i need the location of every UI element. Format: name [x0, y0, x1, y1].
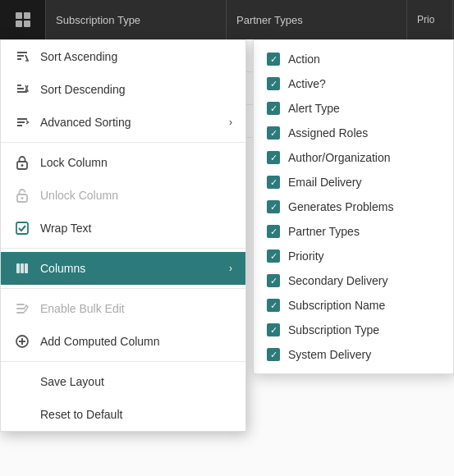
- advanced-sort-arrow: ›: [229, 117, 232, 128]
- column-item-secondary-delivery[interactable]: ✓Secondary Delivery: [254, 268, 453, 293]
- column-item-active[interactable]: ✓Active?: [254, 71, 453, 96]
- grid-icon: [14, 11, 32, 29]
- column-item-system-delivery[interactable]: ✓System Delivery: [254, 342, 453, 367]
- column-label-author-org: Author/Organization: [288, 151, 391, 164]
- svg-rect-25: [16, 312, 25, 314]
- column-item-partner-types[interactable]: ✓Partner Types: [254, 219, 453, 244]
- menu-item-sort-asc[interactable]: Sort Ascending: [1, 40, 245, 73]
- column-label-email-delivery: Email Delivery: [288, 176, 361, 189]
- checkbox-action[interactable]: ✓: [267, 53, 280, 66]
- svg-rect-23: [16, 304, 25, 305]
- reset-default-label: Reset to Default: [40, 408, 122, 421]
- checkbox-email-delivery[interactable]: ✓: [267, 176, 280, 189]
- menu-item-unlock-column[interactable]: Unlock Column: [1, 179, 245, 212]
- menu-item-save-layout[interactable]: Save Layout: [1, 365, 245, 398]
- menu-item-lock-column[interactable]: Lock Column: [1, 146, 245, 179]
- menu-item-sort-desc[interactable]: Sort Descending: [1, 73, 245, 106]
- column-label-active: Active?: [288, 77, 326, 90]
- add-computed-label: Add Computed Column: [40, 335, 160, 348]
- checkbox-assigned-roles[interactable]: ✓: [267, 126, 280, 140]
- column-item-generates-problems[interactable]: ✓Generates Problems: [254, 195, 453, 219]
- columns-icon: [14, 260, 30, 277]
- columns-arrow: ›: [229, 263, 232, 274]
- unlock-icon: [14, 187, 30, 204]
- subscription-type-label: Subscription Type: [56, 14, 140, 26]
- checkbox-active[interactable]: ✓: [267, 77, 280, 90]
- column-item-author-org[interactable]: ✓Author/Organization: [254, 145, 453, 170]
- svg-rect-19: [16, 222, 28, 234]
- sort-desc-label: Sort Descending: [40, 83, 126, 96]
- column-label-action: Action: [288, 53, 320, 66]
- priority-header[interactable]: Prio: [407, 0, 453, 39]
- column-label-system-delivery: System Delivery: [288, 348, 371, 361]
- menu-item-advanced-sort[interactable]: Advanced Sorting ›: [1, 106, 245, 139]
- column-item-assigned-roles[interactable]: ✓Assigned Roles: [254, 121, 453, 145]
- checkbox-partner-types[interactable]: ✓: [267, 225, 280, 238]
- partner-types-header[interactable]: Partner Types: [227, 0, 407, 39]
- checkbox-secondary-delivery[interactable]: ✓: [267, 274, 280, 287]
- partner-types-label: Partner Types: [236, 14, 303, 26]
- menu-divider-1: [1, 142, 245, 143]
- unlock-column-label: Unlock Column: [40, 189, 118, 202]
- menu-item-bulk-edit[interactable]: Enable Bulk Edit: [1, 292, 245, 325]
- lock-column-label: Lock Column: [40, 156, 108, 169]
- save-layout-label: Save Layout: [40, 375, 104, 388]
- bulk-edit-icon: [14, 300, 30, 317]
- lock-icon: [14, 154, 30, 171]
- menu-item-wrap-text[interactable]: Wrap Text: [1, 212, 245, 245]
- menu-divider-3: [1, 288, 245, 289]
- column-label-secondary-delivery: Secondary Delivery: [288, 274, 388, 287]
- svg-rect-0: [16, 12, 22, 19]
- add-computed-icon: [14, 333, 30, 350]
- column-label-partner-types: Partner Types: [288, 225, 360, 238]
- advanced-sort-icon: [14, 114, 30, 130]
- priority-label: Prio: [417, 14, 434, 25]
- checkbox-author-org[interactable]: ✓: [267, 151, 280, 164]
- subscription-type-header[interactable]: Subscription Type: [46, 0, 227, 39]
- grid-icon-cell[interactable]: [0, 0, 46, 39]
- column-label-alert-type: Alert Type: [288, 102, 340, 115]
- svg-rect-21: [21, 263, 24, 273]
- checkbox-generates-problems[interactable]: ✓: [267, 200, 280, 213]
- columns-label: Columns: [40, 262, 85, 275]
- columns-panel: ✓Action✓Active?✓Alert Type✓Assigned Role…: [253, 39, 454, 374]
- column-label-generates-problems: Generates Problems: [288, 200, 393, 213]
- menu-divider-4: [1, 361, 245, 362]
- header-bar: Subscription Type Partner Types Prio: [0, 0, 454, 39]
- checkbox-subscription-name[interactable]: ✓: [267, 299, 280, 312]
- column-item-priority[interactable]: ✓Priority: [254, 244, 453, 268]
- sort-desc-icon: [14, 81, 30, 98]
- column-item-alert-type[interactable]: ✓Alert Type: [254, 96, 453, 121]
- checkbox-alert-type[interactable]: ✓: [267, 102, 280, 115]
- checkbox-priority[interactable]: ✓: [267, 249, 280, 263]
- checkbox-system-delivery[interactable]: ✓: [267, 348, 280, 361]
- checkbox-subscription-type[interactable]: ✓: [267, 323, 280, 336]
- column-label-assigned-roles: Assigned Roles: [288, 126, 368, 140]
- column-item-action[interactable]: ✓Action: [254, 47, 453, 71]
- menu-item-add-computed[interactable]: Add Computed Column: [1, 325, 245, 358]
- column-item-subscription-name[interactable]: ✓Subscription Name: [254, 293, 453, 318]
- bulk-edit-label: Enable Bulk Edit: [40, 302, 125, 315]
- column-item-subscription-type[interactable]: ✓Subscription Type: [254, 318, 453, 342]
- sort-asc-label: Sort Ascending: [40, 50, 117, 63]
- svg-rect-20: [16, 263, 20, 273]
- context-menu: Sort Ascending Sort Descending Advanced …: [0, 39, 246, 432]
- menu-item-columns[interactable]: Columns ›: [1, 252, 245, 285]
- svg-rect-2: [16, 21, 22, 27]
- advanced-sort-label: Advanced Sorting: [40, 116, 131, 129]
- save-layout-spacer: [14, 373, 30, 390]
- svg-rect-22: [25, 263, 28, 273]
- column-item-email-delivery[interactable]: ✓Email Delivery: [254, 170, 453, 195]
- svg-point-16: [21, 164, 24, 167]
- column-label-subscription-type: Subscription Type: [288, 323, 379, 336]
- svg-rect-1: [24, 12, 30, 19]
- reset-default-spacer: [14, 406, 30, 423]
- svg-point-18: [21, 197, 24, 199]
- menu-item-reset-default[interactable]: Reset to Default: [1, 398, 245, 431]
- wrap-text-icon: [14, 220, 30, 236]
- column-label-priority: Priority: [288, 249, 324, 263]
- wrap-text-label: Wrap Text: [40, 222, 92, 235]
- svg-line-7: [25, 55, 28, 61]
- column-label-subscription-name: Subscription Name: [288, 299, 385, 312]
- svg-rect-24: [16, 308, 25, 309]
